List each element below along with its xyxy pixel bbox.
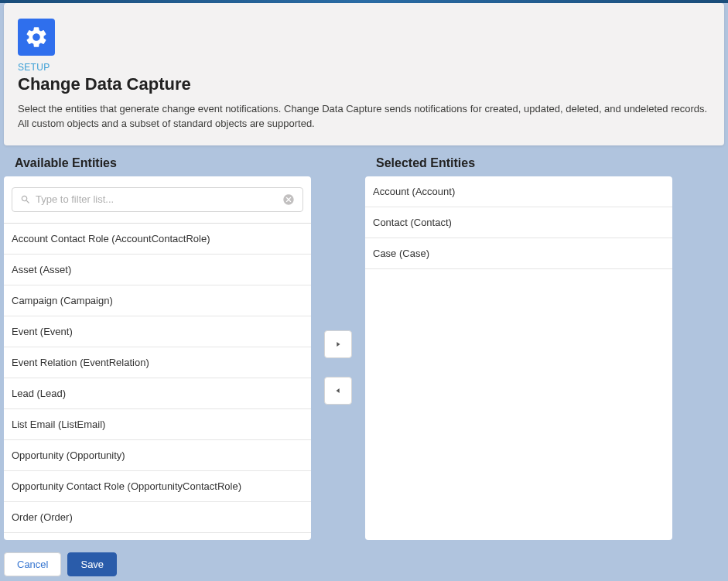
search-container — [4, 176, 311, 224]
list-item[interactable]: List Email (ListEmail) — [4, 409, 311, 440]
list-item[interactable]: Campaign (Campaign) — [4, 285, 311, 316]
selected-heading: Selected Entities — [365, 156, 672, 176]
clear-icon[interactable] — [282, 193, 295, 206]
list-item[interactable]: Opportunity Contact Role (OpportunityCon… — [4, 471, 311, 502]
list-item[interactable]: Asset (Asset) — [4, 255, 311, 285]
setup-gear-icon — [18, 19, 55, 56]
search-box[interactable] — [12, 187, 303, 212]
list-item[interactable]: Account (Account) — [365, 176, 672, 207]
available-heading: Available Entities — [4, 156, 311, 176]
selected-list[interactable]: Account (Account) Contact (Contact) Case… — [365, 176, 672, 269]
list-item[interactable]: Opportunity (Opportunity) — [4, 440, 311, 471]
header-card: SETUP Change Data Capture Select the ent… — [4, 3, 724, 145]
available-column: Available Entities Account Contact Role … — [4, 156, 311, 540]
available-listbox: Account Contact Role (AccountContactRole… — [4, 176, 311, 540]
move-left-button[interactable] — [324, 377, 352, 405]
chevron-left-icon — [334, 387, 342, 395]
search-input[interactable] — [36, 193, 282, 205]
list-item[interactable]: Account Contact Role (AccountContactRole… — [4, 224, 311, 255]
save-button[interactable]: Save — [67, 552, 117, 576]
search-icon — [20, 194, 31, 205]
list-item[interactable]: Case (Case) — [365, 238, 672, 269]
page-description: Select the entities that generate change… — [18, 102, 710, 132]
list-item[interactable]: Event (Event) — [4, 316, 311, 347]
list-item[interactable]: Order (Order) — [4, 502, 311, 533]
dual-listbox: Available Entities Account Contact Role … — [0, 156, 728, 540]
list-item[interactable]: Event Relation (EventRelation) — [4, 347, 311, 378]
list-item[interactable]: Contact (Contact) — [365, 207, 672, 238]
list-item[interactable]: Lead (Lead) — [4, 378, 311, 409]
page-title: Change Data Capture — [18, 74, 710, 94]
breadcrumb: SETUP — [18, 62, 710, 73]
available-list[interactable]: Account Contact Role (AccountContactRole… — [4, 224, 311, 540]
move-buttons-column — [311, 156, 365, 405]
cancel-button[interactable]: Cancel — [4, 552, 61, 576]
move-right-button[interactable] — [324, 330, 352, 358]
selected-column: Selected Entities Account (Account) Cont… — [365, 156, 672, 540]
footer-buttons: Cancel Save — [0, 540, 728, 576]
selected-listbox: Account (Account) Contact (Contact) Case… — [365, 176, 672, 540]
chevron-right-icon — [334, 340, 342, 348]
